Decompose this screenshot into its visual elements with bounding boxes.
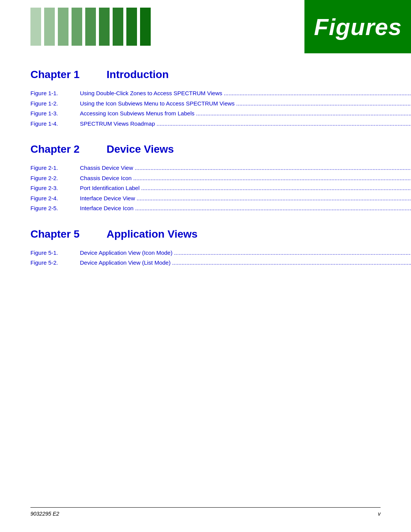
- figure-label: Figure 1-3.: [30, 109, 80, 118]
- list-item: Figure 1-3. Accessing Icon Subviews Menu…: [30, 109, 381, 118]
- figure-title-text: Chassis Device Icon: [80, 174, 132, 183]
- list-item: Figure 5-2. Device Application View (Lis…: [30, 259, 381, 267]
- figure-label: Figure 1-2.: [30, 99, 80, 108]
- page-title: Figures: [314, 13, 402, 40]
- figure-title-text: Using Double-Click Zones to Access SPECT…: [80, 89, 222, 98]
- figure-label: Figure 2-5.: [30, 204, 80, 213]
- footer-page-number: v: [378, 511, 381, 517]
- chapter2-heading: Chapter 2 Device Views: [30, 143, 381, 157]
- header-banner: Figures: [0, 0, 411, 53]
- list-item: Figure 2-1. Chassis Device View 2-2: [30, 164, 381, 173]
- list-item: Figure 2-2. Chassis Device Icon 2-3: [30, 174, 381, 183]
- stripe-6: [99, 8, 110, 46]
- figure-title: Chassis Device View 2-2: [80, 164, 411, 173]
- stripe-1: [30, 8, 41, 46]
- figure-title-text: Port Identification Label: [80, 184, 140, 193]
- chapter5-figure-list: Figure 5-1. Device Application View (Ico…: [30, 249, 381, 267]
- figure-title: Using the Icon Subviews Menu to Access S…: [80, 99, 411, 108]
- chapter1-section: Chapter 1 Introduction Figure 1-1. Using…: [30, 69, 381, 128]
- dot-leader: [196, 109, 411, 118]
- list-item: Figure 2-5. Interface Device Icon 2-8: [30, 204, 381, 213]
- stripe-9: [140, 8, 151, 46]
- figure-label: Figure 1-1.: [30, 89, 80, 98]
- chapter5-section: Chapter 5 Application Views Figure 5-1. …: [30, 228, 381, 267]
- figure-title: Accessing Icon Subviews Menus from Label…: [80, 109, 411, 118]
- list-item: Figure 2-3. Port Identification Label 2-…: [30, 184, 381, 193]
- chapter2-figure-list: Figure 2-1. Chassis Device View 2-2 Figu…: [30, 164, 381, 213]
- dot-leader: [135, 204, 411, 213]
- list-item: Figure 2-4. Interface Device View 2-7: [30, 194, 381, 203]
- page: Figures Chapter 1 Introduction Figure 1-…: [0, 0, 411, 532]
- figure-title: Using Double-Click Zones to Access SPECT…: [80, 89, 411, 98]
- dot-leader: [133, 174, 411, 183]
- dot-leader: [135, 164, 411, 173]
- figure-label: Figure 2-1.: [30, 164, 80, 173]
- chapter5-number: Chapter 5: [30, 228, 84, 240]
- chapter2-title: Device Views: [107, 143, 174, 155]
- chapter5-heading: Chapter 5 Application Views: [30, 228, 381, 242]
- footer: 9032295 E2 v: [30, 507, 381, 517]
- chapter1-title: Introduction: [107, 69, 169, 81]
- figure-title-text: Device Application View (List Mode): [80, 259, 170, 267]
- figure-title: Device Application View (List Mode) 5-4: [80, 259, 411, 267]
- stripe-3: [58, 8, 68, 46]
- figure-title-text: Interface Device View: [80, 194, 135, 203]
- figure-title: Interface Device Icon 2-8: [80, 204, 411, 213]
- figure-title: Port Identification Label 2-5: [80, 184, 411, 193]
- stripes-section: [0, 0, 304, 53]
- figure-label: Figure 5-1.: [30, 249, 80, 257]
- stripe-2: [44, 8, 55, 46]
- figure-title-text: Interface Device Icon: [80, 204, 134, 213]
- figure-title-text: Accessing Icon Subviews Menus from Label…: [80, 109, 194, 118]
- dot-leader: [137, 194, 411, 203]
- figure-title-text: Chassis Device View: [80, 164, 133, 173]
- figure-title: Chassis Device Icon 2-3: [80, 174, 411, 183]
- figure-title-text: Device Application View (Icon Mode): [80, 249, 172, 257]
- figure-title: Interface Device View 2-7: [80, 194, 411, 203]
- figure-label: Figure 2-3.: [30, 184, 80, 193]
- chapter1-figure-list: Figure 1-1. Using Double-Click Zones to …: [30, 89, 381, 128]
- stripe-5: [85, 8, 96, 46]
- figure-label: Figure 5-2.: [30, 259, 80, 267]
- chapter1-heading: Chapter 1 Introduction: [30, 69, 381, 82]
- chapter2-section: Chapter 2 Device Views Figure 2-1. Chass…: [30, 143, 381, 213]
- list-item: Figure 1-4. SPECTRUM Views Roadmap 1-4: [30, 120, 381, 128]
- chapter1-number: Chapter 1: [30, 69, 84, 81]
- chapter5-title: Application Views: [107, 228, 198, 240]
- footer-doc-number: 9032295 E2: [30, 511, 59, 517]
- figure-label: Figure 1-4.: [30, 120, 80, 128]
- figure-title-text: Using the Icon Subviews Menu to Access S…: [80, 99, 235, 108]
- dot-leader: [174, 249, 411, 257]
- list-item: Figure 1-2. Using the Icon Subviews Menu…: [30, 99, 381, 108]
- figure-title: Device Application View (Icon Mode) 5-3: [80, 249, 411, 257]
- figure-label: Figure 2-2.: [30, 174, 80, 183]
- stripe-4: [72, 8, 82, 46]
- figure-title: SPECTRUM Views Roadmap 1-4: [80, 120, 411, 128]
- chapter2-number: Chapter 2: [30, 143, 84, 155]
- list-item: Figure 1-1. Using Double-Click Zones to …: [30, 89, 381, 98]
- title-block: Figures: [304, 0, 411, 53]
- stripe-7: [113, 8, 123, 46]
- dot-leader: [236, 99, 411, 108]
- dot-leader: [172, 259, 411, 267]
- list-item: Figure 5-1. Device Application View (Ico…: [30, 249, 381, 257]
- figure-title-text: SPECTRUM Views Roadmap: [80, 120, 155, 128]
- dot-leader: [156, 120, 411, 128]
- dot-leader: [224, 89, 411, 98]
- figure-label: Figure 2-4.: [30, 194, 80, 203]
- main-content: Chapter 1 Introduction Figure 1-1. Using…: [0, 69, 411, 267]
- dot-leader: [141, 184, 411, 193]
- stripe-8: [126, 8, 137, 46]
